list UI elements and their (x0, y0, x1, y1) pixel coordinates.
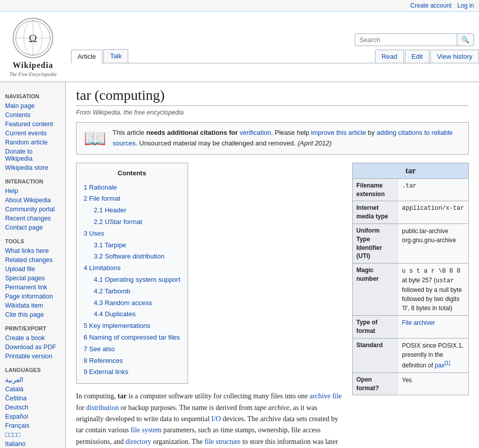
sidebar-item-□□□□[interactable]: □□□□ (3, 430, 63, 439)
wikipedia-subtitle: The Free Encyclopedia (10, 71, 57, 78)
sidebar-item-current-events[interactable]: Current events (3, 129, 63, 138)
toc-items: 1 Rationale2 File format2.1 Header2.2 US… (84, 182, 180, 379)
toc-item-os-support: 4.1 Operating system support (84, 274, 180, 286)
sidebar-item-العربية[interactable]: العربية (3, 375, 63, 385)
improve-article-link[interactable]: improve this article (311, 129, 366, 136)
tab-edit[interactable]: Edit (405, 50, 429, 63)
sidebar-item-permanent-link[interactable]: Permanent link (3, 283, 63, 292)
distribution-link[interactable]: distribution (86, 404, 119, 412)
toc-link-file-format[interactable]: 2 File format (84, 195, 120, 202)
tabs-left: Article Talk (71, 49, 375, 63)
archive-file-link[interactable]: archive file (310, 392, 342, 400)
toc-item-ext-links: 9 External links (84, 366, 180, 378)
magic-number-code: u s t a r \0 0 0 (402, 268, 460, 275)
sidebar-item-what-links[interactable]: What links here (3, 246, 63, 255)
tab-talk[interactable]: Talk (103, 49, 128, 63)
toc-item-header: 2.1 Header (84, 205, 180, 216)
toc-link-uses[interactable]: 3 Uses (84, 230, 104, 237)
notice-icon: 📖 (84, 128, 106, 149)
sidebar-item-featured-content[interactable]: Featured content (3, 120, 63, 129)
tab-view-history[interactable]: View history (430, 50, 479, 63)
languages-label: Languages (5, 367, 63, 373)
sidebar-item-français[interactable]: Français (3, 421, 63, 430)
search-button[interactable]: 🔍 (457, 34, 473, 46)
toc-link-tarbomb[interactable]: 4.2 Tarbomb (94, 287, 130, 295)
toc-link-naming[interactable]: 6 Naming of compressed tar files (84, 333, 180, 341)
search-input[interactable] (355, 34, 457, 46)
infobox-label-3: Magic number (353, 264, 398, 315)
infobox: tar Filename extension.tarInternet media… (352, 163, 469, 396)
toc-link-limitations[interactable]: 4 Limitations (84, 264, 121, 272)
toc-link-key-impl[interactable]: 5 Key implementations (84, 322, 151, 329)
toc-item-rationale: 1 Rationale (84, 182, 180, 194)
sidebar-item-recent-changes[interactable]: Recent changes (3, 214, 63, 223)
create-account-link[interactable]: Create account (411, 2, 452, 9)
infobox-label-5: Standard (353, 339, 398, 372)
logo-area[interactable]: Ω Wikipedia The Free Encyclopedia (0, 14, 66, 82)
tab-read[interactable]: Read (375, 50, 404, 63)
sidebar-item-random-article[interactable]: Random article (3, 138, 63, 147)
sidebar-item-related-changes[interactable]: Related changes (3, 255, 63, 265)
infobox-value-link-4[interactable]: File archiver (402, 319, 435, 326)
nav-group: Main pageContentsFeatured contentCurrent… (3, 101, 63, 172)
toc-link-rationale[interactable]: 1 Rationale (84, 183, 117, 191)
toc-item-file-format: 2 File format (84, 193, 180, 205)
sidebar-item-čeština[interactable]: Čeština (3, 394, 63, 403)
sidebar-item-español[interactable]: Español (3, 412, 63, 421)
sidebar-item-wiki-store[interactable]: Wikipedia store (3, 163, 63, 172)
sidebar-item-page-info[interactable]: Page information (3, 292, 63, 301)
wikipedia-logo: Ω (13, 18, 53, 58)
header: Ω Wikipedia The Free Encyclopedia 🔍 Arti… (0, 12, 479, 82)
toc-link-duplicates[interactable]: 4.4 Duplicates (94, 310, 135, 318)
pax-link[interactable]: pax (435, 362, 445, 369)
sidebar-item-about[interactable]: About Wikipedia (3, 196, 63, 205)
sidebar-item-download-pdf[interactable]: Download as PDF (3, 343, 63, 352)
toc-link-ustar[interactable]: 2.2 UStar format (94, 218, 142, 226)
sidebar-item-donate[interactable]: Donate to Wikipedia (3, 147, 63, 163)
directory-link[interactable]: directory (126, 438, 152, 445)
sidebar-item-català[interactable]: Català (3, 385, 63, 394)
infobox-row-3: Magic numberu s t a r \0 0 0 at byte 257… (353, 263, 468, 315)
verification-link[interactable]: verification (240, 129, 271, 136)
top-bar: Create account Log in (0, 0, 479, 12)
toc-item-limitations: 4 Limitations (84, 263, 180, 274)
nav-area: 🔍 Article Talk Read Edit View history (66, 31, 479, 63)
file-structure-link[interactable]: file structure (204, 438, 240, 445)
infobox-label-4: Type of format (353, 316, 398, 338)
tabs-right: Read Edit View history (375, 50, 479, 63)
toc-link-os-support[interactable]: 4.1 Operating system support (94, 276, 180, 283)
ref1-infobox[interactable]: [1] (445, 360, 450, 366)
notice-text: This article needs additional citations … (113, 128, 461, 149)
infobox-value-3: u s t a r \0 0 0 at byte 257 (ustar foll… (398, 264, 468, 315)
toc-link-header[interactable]: 2.1 Header (94, 206, 126, 214)
sidebar-item-main-page[interactable]: Main page (3, 101, 63, 110)
sidebar-item-printable[interactable]: Printable version (3, 352, 63, 361)
toc-item-key-impl: 5 Key implementations (84, 320, 180, 332)
sidebar-item-contact[interactable]: Contact page (3, 223, 63, 232)
toc-link-ext-links[interactable]: 9 External links (84, 368, 128, 376)
sidebar-item-italiano[interactable]: Italiano (3, 439, 63, 448)
toc-link-software-dist[interactable]: 3.2 Software distribution (94, 252, 164, 260)
toc-link-tarpipe[interactable]: 3.1 Tarpipe (94, 241, 126, 249)
sidebar-item-community-portal[interactable]: Community portal (3, 205, 63, 214)
sidebar-item-contents[interactable]: Contents (3, 110, 63, 120)
sidebar-item-cite[interactable]: Cite this page (3, 310, 63, 319)
infobox-row-4: Type of formatFile archiver (353, 315, 468, 338)
sidebar-item-special-pages[interactable]: Special pages (3, 274, 63, 283)
tab-article[interactable]: Article (71, 50, 102, 63)
sidebar-item-wikidata[interactable]: Wikidata item (3, 301, 63, 310)
toc-item-random-access: 4.3 Random access (84, 297, 180, 309)
globe-icon: Ω (15, 20, 51, 56)
print-group: Create a bookDownload as PDFPrintable ve… (3, 333, 63, 361)
sidebar-item-help[interactable]: Help (3, 186, 63, 196)
toc-link-references[interactable]: 8 References (84, 357, 123, 364)
sidebar-item-upload-file[interactable]: Upload file (3, 265, 63, 274)
toc-link-see-also[interactable]: 7 See also (84, 345, 115, 353)
toc-link-random-access[interactable]: 4.3 Random access (94, 299, 152, 307)
io-link[interactable]: I/O (211, 415, 221, 423)
sidebar-item-create-book[interactable]: Create a book (3, 333, 63, 343)
sidebar-item-deutsch[interactable]: Deutsch (3, 403, 63, 412)
filesystem-link[interactable]: file system (131, 426, 162, 434)
log-in-link[interactable]: Log in (457, 2, 474, 9)
print-label: Print/export (5, 325, 63, 331)
